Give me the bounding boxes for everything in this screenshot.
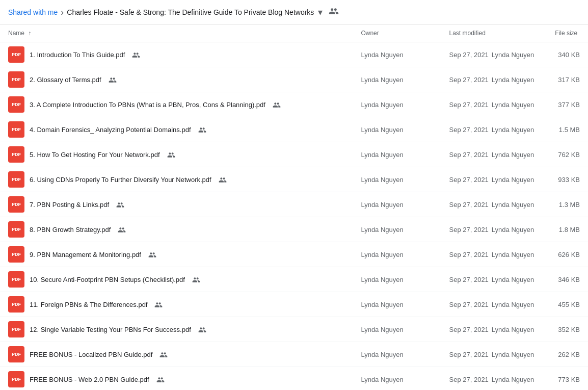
shared-people-icon (198, 125, 206, 134)
shared-people-icon (198, 325, 206, 333)
file-name-cell: PDF 7. PBN Posting & Links.pdf (8, 196, 344, 213)
pdf-icon: PDF (8, 271, 24, 288)
file-owner-cell: Lynda Nguyen (353, 317, 441, 342)
table-row[interactable]: PDF FREE BONUS - Localized PBN Guide.pdf… (0, 342, 588, 367)
file-size-cell: 762 KB (547, 142, 588, 167)
table-row[interactable]: PDF 6. Using CDNs Properly To Further Di… (0, 167, 588, 192)
file-modified-cell: Sep 27, 2021 Lynda Nguyen (441, 342, 547, 367)
modified-date: Sep 27, 2021 (449, 201, 489, 209)
file-modified-cell: Sep 27, 2021 Lynda Nguyen (441, 167, 547, 192)
file-name-cell: PDF 5. How To Get Hosting For Your Netwo… (8, 146, 344, 163)
pdf-icon: PDF (8, 46, 24, 63)
file-modified-cell: Sep 27, 2021 Lynda Nguyen (441, 267, 547, 292)
breadcrumb-shared-with-me[interactable]: Shared with me (8, 8, 58, 16)
file-size-cell: 626 KB (547, 242, 588, 267)
table-row[interactable]: PDF 5. How To Get Hosting For Your Netwo… (0, 142, 588, 167)
modified-date: Sep 27, 2021 (449, 351, 489, 358)
shared-people-icon (116, 200, 124, 209)
file-name-label: 8. PBN Growth Strategy.pdf (30, 226, 111, 233)
file-name-cell: PDF FREE BONUS - Localized PBN Guide.pdf (8, 346, 344, 362)
file-modified-cell: Sep 27, 2021 Lynda Nguyen (441, 217, 547, 242)
file-modified-cell: Sep 27, 2021 Lynda Nguyen (441, 142, 547, 167)
table-row[interactable]: PDF 8. PBN Growth Strategy.pdf Lynda Ngu… (0, 217, 588, 242)
file-name-cell: PDF FREE BONUS - Web 2.0 PBN Guide.pdf (8, 371, 344, 387)
file-size-cell: 317 KB (547, 67, 588, 92)
file-modified-cell: Sep 27, 2021 Lynda Nguyen (441, 42, 547, 67)
file-name-label: 9. PBN Management & Monitoring.pdf (30, 251, 141, 258)
modified-by: Lynda Nguyen (492, 201, 534, 209)
table-row[interactable]: PDF 10. Secure Anti-Footprint PBN Setups… (0, 267, 588, 292)
col-header-file-size[interactable]: File size (547, 24, 588, 42)
table-row[interactable]: PDF 4. Domain Forensics_ Analyzing Poten… (0, 117, 588, 142)
shared-people-icon (154, 300, 163, 308)
modified-by: Lynda Nguyen (492, 251, 534, 258)
file-name-cell: PDF 9. PBN Management & Monitoring.pdf (8, 246, 344, 263)
file-name-cell: PDF 3. A Complete Introduction To PBNs (… (8, 96, 344, 113)
shared-people-icon (132, 50, 140, 59)
file-owner-cell: Lynda Nguyen (353, 242, 441, 267)
modified-by: Lynda Nguyen (492, 301, 534, 308)
table-row[interactable]: PDF 12. Single Variable Testing Your PBN… (0, 317, 588, 342)
file-name-cell: PDF 8. PBN Growth Strategy.pdf (8, 221, 344, 238)
modified-date: Sep 27, 2021 (449, 101, 489, 109)
modified-by: Lynda Nguyen (492, 351, 534, 358)
shared-people-icon (159, 350, 168, 358)
file-owner-cell: Lynda Nguyen (353, 217, 441, 242)
file-size-cell: 352 KB (547, 317, 588, 342)
file-name-label: 4. Domain Forensics_ Analyzing Potential… (30, 126, 191, 134)
modified-by: Lynda Nguyen (492, 276, 534, 283)
col-header-owner[interactable]: Owner (353, 24, 441, 42)
folder-dropdown-arrow[interactable]: ▾ (317, 6, 324, 19)
file-owner-cell: Lynda Nguyen (353, 367, 441, 391)
shared-people-icon (148, 250, 156, 258)
table-row[interactable]: PDF 2. Glossary of Terms.pdf Lynda Nguye… (0, 67, 588, 92)
file-modified-cell: Sep 27, 2021 Lynda Nguyen (441, 317, 547, 342)
file-owner-cell: Lynda Nguyen (353, 342, 441, 367)
col-header-name[interactable]: Name ↑ (0, 24, 353, 42)
shared-people-icon (109, 75, 117, 84)
file-size-cell: 1.3 MB (547, 192, 588, 217)
file-name-label: 6. Using CDNs Properly To Further Divers… (30, 176, 211, 184)
table-row[interactable]: PDF 1. Introduction To This Guide.pdf Ly… (0, 42, 588, 67)
shared-people-icon (219, 175, 227, 184)
file-name-label: 2. Glossary of Terms.pdf (30, 76, 101, 84)
file-size-cell: 773 KB (547, 367, 588, 391)
file-name-cell: PDF 4. Domain Forensics_ Analyzing Poten… (8, 121, 344, 138)
breadcrumb-bar: Shared with me › Charles Floate - Safe &… (0, 0, 588, 24)
file-size-cell: 377 KB (547, 92, 588, 117)
file-name-label: 3. A Complete Introduction To PBNs (What… (30, 101, 265, 109)
table-row[interactable]: PDF FREE BONUS - Web 2.0 PBN Guide.pdf L… (0, 367, 588, 391)
modified-date: Sep 27, 2021 (449, 301, 489, 308)
modified-date: Sep 27, 2021 (449, 251, 489, 258)
modified-date: Sep 27, 2021 (449, 326, 489, 333)
file-modified-cell: Sep 27, 2021 Lynda Nguyen (441, 67, 547, 92)
file-modified-cell: Sep 27, 2021 Lynda Nguyen (441, 242, 547, 267)
pdf-icon: PDF (8, 121, 24, 138)
table-row[interactable]: PDF 7. PBN Posting & Links.pdf Lynda Ngu… (0, 192, 588, 217)
sort-arrow-name: ↑ (28, 30, 31, 37)
breadcrumb-current-folder: Charles Floate - Safe & Strong: The Defi… (67, 8, 314, 16)
modified-by: Lynda Nguyen (492, 76, 534, 84)
file-name-label: FREE BONUS - Localized PBN Guide.pdf (30, 351, 152, 358)
table-row[interactable]: PDF 9. PBN Management & Monitoring.pdf L… (0, 242, 588, 267)
file-owner-cell: Lynda Nguyen (353, 292, 441, 317)
pdf-icon: PDF (8, 146, 24, 163)
file-name-cell: PDF 12. Single Variable Testing Your PBN… (8, 321, 344, 337)
col-header-last-modified[interactable]: Last modified (441, 24, 547, 42)
table-row[interactable]: PDF 3. A Complete Introduction To PBNs (… (0, 92, 588, 117)
file-modified-cell: Sep 27, 2021 Lynda Nguyen (441, 367, 547, 391)
modified-date: Sep 27, 2021 (449, 126, 489, 134)
table-row[interactable]: PDF 11. Foreign PBNs & The Differences.p… (0, 292, 588, 317)
modified-by: Lynda Nguyen (492, 151, 534, 159)
pdf-icon: PDF (8, 346, 24, 362)
shared-people-icon (156, 375, 165, 383)
file-name-label: 10. Secure Anti-Footprint PBN Setups (Ch… (30, 276, 185, 283)
file-owner-cell: Lynda Nguyen (353, 67, 441, 92)
file-name-cell: PDF 11. Foreign PBNs & The Differences.p… (8, 296, 344, 313)
modified-by: Lynda Nguyen (492, 376, 534, 383)
modified-date: Sep 27, 2021 (449, 276, 489, 283)
shared-people-icon (192, 275, 200, 283)
file-owner-cell: Lynda Nguyen (353, 117, 441, 142)
file-size-cell: 1.8 MB (547, 217, 588, 242)
modified-by: Lynda Nguyen (492, 226, 534, 233)
